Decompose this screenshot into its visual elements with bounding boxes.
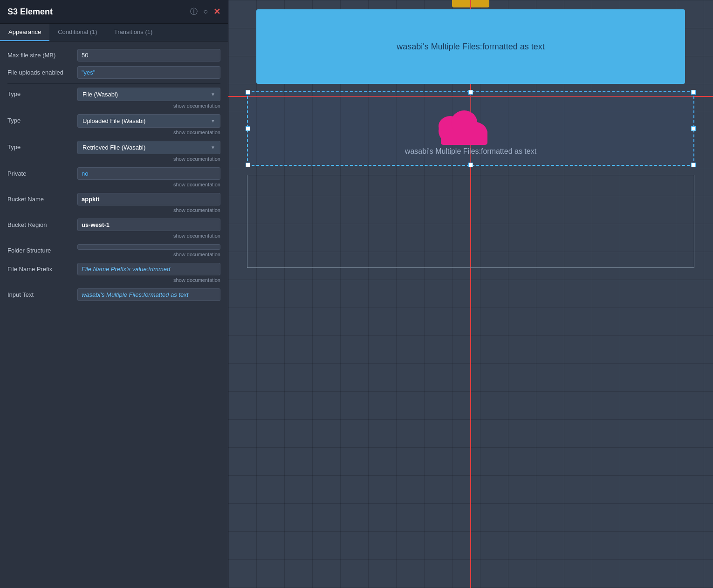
panel-header: S3 Element ⓘ ○ ✕ <box>0 0 228 24</box>
handle-bottom-right[interactable] <box>691 163 696 167</box>
tabs-bar: Appearance Conditional (1) Transitions (… <box>0 24 228 41</box>
private-row: Private no show documentation <box>7 167 220 188</box>
file-name-prefix-value[interactable]: File Name Prefix's value:trimmed <box>77 263 220 275</box>
bucket-region-label: Bucket Region <box>7 219 73 228</box>
input-text-container: wasabi's Multiple Files:formatted as tex… <box>77 288 220 301</box>
bucket-name-label: Bucket Name <box>7 193 73 203</box>
type3-dropdown-container: Retrieved File (Wasabi) ▼ show documenta… <box>77 141 220 163</box>
type1-label: Type <box>7 88 73 97</box>
bucket-region-show-doc[interactable]: show documentation <box>77 232 220 239</box>
file-name-prefix-show-doc[interactable]: show documentation <box>77 276 220 284</box>
file-name-prefix-label: File Name Prefix <box>7 263 73 273</box>
handle-bottom-mid[interactable] <box>468 163 473 167</box>
input-text-value[interactable]: wasabi's Multiple Files:formatted as tex… <box>77 288 220 301</box>
panel-title: S3 Element <box>7 7 53 17</box>
red-vertical-line <box>470 0 471 588</box>
folder-structure-show-doc[interactable]: show documentation <box>77 251 220 258</box>
handle-bottom-left[interactable] <box>246 163 250 167</box>
type2-dropdown[interactable]: Uploaded File (Wasabi) ▼ <box>77 114 220 128</box>
svg-rect-4 <box>441 130 487 145</box>
selection-box[interactable]: wasabi's Multiple Files:formatted as tex… <box>247 91 694 166</box>
private-show-doc[interactable]: show documentation <box>77 181 220 188</box>
file-uploads-value[interactable]: "yes" <box>77 66 220 79</box>
handle-mid-right[interactable] <box>691 126 696 131</box>
type2-dropdown-container: Uploaded File (Wasabi) ▼ show documentat… <box>77 114 220 136</box>
private-value[interactable]: no <box>77 167 220 180</box>
file-name-prefix-container: File Name Prefix's value:trimmed show do… <box>77 263 220 284</box>
bucket-name-show-doc[interactable]: show documentation <box>77 206 220 214</box>
properties-panel: Max file size (MB) 50 File uploads enabl… <box>0 41 228 588</box>
handle-mid-left[interactable] <box>246 126 250 131</box>
comment-icon[interactable]: ○ <box>203 7 208 16</box>
private-label: Private <box>7 167 73 177</box>
folder-structure-input[interactable] <box>77 244 220 250</box>
private-dropdown-container: no show documentation <box>77 167 220 188</box>
type2-show-doc[interactable]: show documentation <box>77 129 220 136</box>
handle-top-mid[interactable] <box>468 90 473 95</box>
bucket-name-container: appkit show documentation <box>77 193 220 214</box>
file-uploads-label: File uploads enabled <box>7 66 73 76</box>
panel-icons: ⓘ ○ ✕ <box>190 7 220 17</box>
handle-top-right[interactable] <box>691 90 696 95</box>
max-file-size-value[interactable]: 50 <box>77 49 220 62</box>
max-file-size-row: Max file size (MB) 50 <box>7 49 220 62</box>
folder-structure-container: show documentation <box>77 244 220 258</box>
selection-text: wasabi's Multiple Files:formatted as tex… <box>405 147 536 156</box>
divider-1 <box>7 83 220 84</box>
white-rect <box>247 175 694 268</box>
type2-row: Type Uploaded File (Wasabi) ▼ show docum… <box>7 114 220 136</box>
bucket-name-row: Bucket Name appkit show documentation <box>7 193 220 214</box>
bucket-region-row: Bucket Region us-west-1 show documentati… <box>7 219 220 239</box>
dropdown3-arrow-icon: ▼ <box>211 145 215 150</box>
bucket-name-value[interactable]: appkit <box>77 193 220 205</box>
left-panel: S3 Element ⓘ ○ ✕ Appearance Conditional … <box>0 0 228 588</box>
blue-element-text: wasabi's Multiple Files:formatted as tex… <box>397 42 545 52</box>
type2-label: Type <box>7 114 73 124</box>
input-text-row: Input Text wasabi's Multiple Files:forma… <box>7 288 220 301</box>
bucket-region-container: us-west-1 show documentation <box>77 219 220 239</box>
max-file-size-label: Max file size (MB) <box>7 49 73 59</box>
canvas: wasabi's Multiple Files:formatted as tex… <box>228 0 713 588</box>
close-icon[interactable]: ✕ <box>213 7 220 17</box>
type3-show-doc[interactable]: show documentation <box>77 155 220 163</box>
type3-row: Type Retrieved File (Wasabi) ▼ show docu… <box>7 141 220 163</box>
dropdown1-arrow-icon: ▼ <box>211 92 215 97</box>
bucket-region-value[interactable]: us-west-1 <box>77 219 220 231</box>
file-name-prefix-row: File Name Prefix File Name Prefix's valu… <box>7 263 220 284</box>
cloud-icon <box>432 103 497 150</box>
folder-structure-row: Folder Structure show documentation <box>7 244 220 258</box>
type1-row: Type File (Wasabi) ▼ show documentation <box>7 88 220 109</box>
handle-top-left[interactable] <box>246 90 250 95</box>
folder-structure-label: Folder Structure <box>7 244 73 254</box>
dropdown2-arrow-icon: ▼ <box>211 118 215 123</box>
file-uploads-row: File uploads enabled "yes" <box>7 66 220 79</box>
canvas-content: wasabi's Multiple Files:formatted as tex… <box>228 0 713 588</box>
type1-show-doc[interactable]: show documentation <box>77 102 220 109</box>
type1-dropdown[interactable]: File (Wasabi) ▼ <box>77 88 220 101</box>
type1-dropdown-container: File (Wasabi) ▼ show documentation <box>77 88 220 109</box>
info-icon[interactable]: ⓘ <box>190 7 198 17</box>
tab-transitions[interactable]: Transitions (1) <box>106 24 161 41</box>
type3-dropdown[interactable]: Retrieved File (Wasabi) ▼ <box>77 141 220 154</box>
input-text-label: Input Text <box>7 288 73 298</box>
type3-label: Type <box>7 141 73 150</box>
blue-element[interactable]: wasabi's Multiple Files:formatted as tex… <box>256 9 685 84</box>
tab-appearance[interactable]: Appearance <box>0 24 49 41</box>
tab-conditional[interactable]: Conditional (1) <box>49 24 106 41</box>
